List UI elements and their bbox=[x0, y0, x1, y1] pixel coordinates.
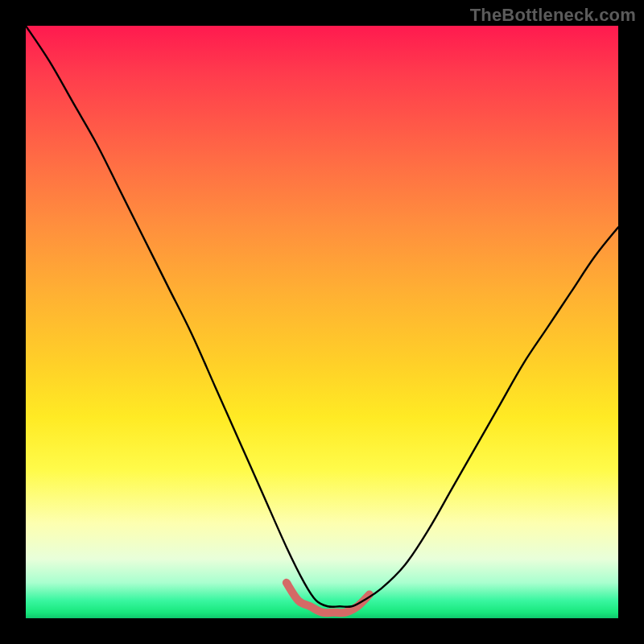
accent-bottom-arc bbox=[287, 583, 369, 613]
plot-area bbox=[26, 26, 618, 618]
curve-layer bbox=[26, 26, 618, 618]
main-curve bbox=[26, 26, 618, 607]
watermark-text: TheBottleneck.com bbox=[470, 5, 636, 26]
chart-frame: TheBottleneck.com bbox=[0, 0, 644, 644]
